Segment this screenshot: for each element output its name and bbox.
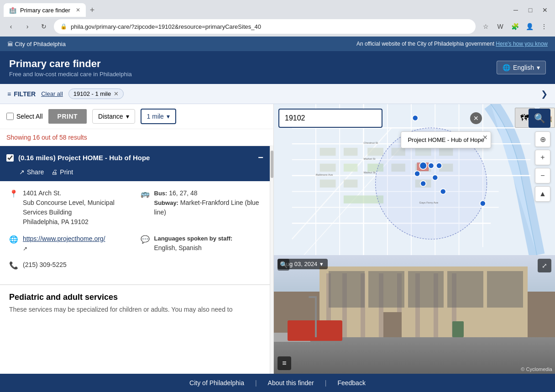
- search-icon: 🔍: [534, 113, 545, 124]
- address-line3: Philadelphia, PA 19102: [23, 217, 130, 227]
- svg-point-50: [480, 201, 486, 206]
- result-checkbox[interactable]: [6, 154, 14, 162]
- share-button[interactable]: ↗ Share: [19, 168, 44, 176]
- zoom-in-button[interactable]: +: [535, 150, 550, 165]
- sv-locate-icon[interactable]: 🔍: [278, 259, 289, 271]
- tooltip-close-button[interactable]: ✕: [482, 134, 488, 141]
- results-count: Showing 16 out of 58 results: [0, 129, 273, 146]
- expand-button[interactable]: ❯: [541, 89, 548, 99]
- filter-button[interactable]: ≡ FILTER: [7, 90, 36, 98]
- results-text: Showing 16 out of 58 results: [6, 134, 87, 141]
- minimize-button[interactable]: ─: [509, 4, 522, 16]
- mile-chevron-icon: ▾: [167, 113, 170, 120]
- map-search-bar: ✕ 🔍: [278, 109, 550, 128]
- print-button[interactable]: PRINT: [48, 109, 87, 124]
- avatar-button[interactable]: 👤: [523, 20, 536, 33]
- website-link[interactable]: https://www.projecthome.org/: [23, 235, 105, 242]
- planter: [452, 321, 464, 337]
- controls-bar: Select All PRINT Distance ▾ 1 mile ▾: [0, 104, 273, 129]
- distance-label: Distance: [98, 113, 123, 120]
- map-controls: ⊕ + − ▲: [535, 131, 550, 202]
- language-selector[interactable]: 🌐 English ▾: [497, 61, 546, 74]
- footer-city-link[interactable]: City of Philadelphia: [189, 379, 244, 387]
- extension-button[interactable]: 🧩: [508, 20, 521, 33]
- footer-about-link[interactable]: About this finder: [268, 379, 314, 387]
- svg-point-49: [440, 189, 446, 194]
- mile-label: 1 mile: [147, 113, 164, 120]
- menu-button[interactable]: ⋮: [538, 20, 550, 33]
- refresh-button[interactable]: ↻: [37, 20, 50, 33]
- address-bar[interactable]: 🔒 phila.gov/primary-care/?zipcode=19102&…: [54, 19, 476, 34]
- distance-dropdown[interactable]: Distance ▾: [92, 109, 135, 124]
- new-tab-button[interactable]: +: [86, 4, 99, 16]
- map-search-button[interactable]: 🔍: [529, 109, 550, 128]
- active-filter-tag[interactable]: 19102 - 1 mile ✕: [68, 89, 124, 99]
- svg-point-47: [432, 175, 438, 180]
- svg-rect-25: [344, 164, 357, 172]
- map-search-input[interactable]: [278, 109, 382, 128]
- svg-rect-20: [367, 148, 383, 156]
- results-list[interactable]: (0.16 miles) Project HOME - Hub of Hope …: [0, 146, 270, 374]
- transit-text: Bus: 16, 27, 48 Subway: Market-Frankford…: [154, 188, 261, 217]
- phone-icon: 📞: [9, 261, 18, 270]
- website-text: https://www.projecthome.org/ ↗: [23, 234, 105, 253]
- share-label: Share: [27, 168, 44, 176]
- maximize-button[interactable]: □: [524, 4, 537, 16]
- select-all-input[interactable]: [6, 113, 14, 120]
- map-container[interactable]: E Girard Ave Chestnut St Market St Walnu…: [274, 104, 555, 255]
- active-tab[interactable]: 🏥 Primary care finder ✕: [4, 3, 86, 17]
- map-tooltip: Project HOME - Hub of Hope ✕: [401, 131, 491, 148]
- street-view-building: [319, 267, 528, 337]
- mile-dropdown[interactable]: 1 mile ▾: [141, 109, 176, 124]
- zoom-out-button[interactable]: −: [535, 168, 550, 183]
- svg-text:Baltimore Ave: Baltimore Ave: [316, 173, 333, 176]
- crosshair-button[interactable]: ⊕: [535, 131, 550, 147]
- select-all-label: Select All: [16, 113, 43, 120]
- street-lamp: [315, 296, 317, 337]
- languages-value: English, Spanish: [154, 243, 233, 253]
- tab-close-button[interactable]: ✕: [76, 7, 80, 13]
- scrollbar-track[interactable]: [270, 146, 273, 374]
- footer-feedback-link[interactable]: Feedback: [337, 379, 365, 387]
- sv-expand-button[interactable]: ⤢: [538, 259, 551, 272]
- services-section: Pediatric and adult services These servi…: [0, 285, 270, 320]
- svg-rect-18: [320, 148, 336, 156]
- svg-rect-29: [320, 180, 336, 188]
- result-title: (0.16 miles) Project HOME - Hub of Hope: [18, 154, 253, 162]
- forward-button[interactable]: ›: [21, 20, 34, 33]
- result-card-header[interactable]: (0.16 miles) Project HOME - Hub of Hope …: [0, 146, 270, 167]
- close-button[interactable]: ✕: [539, 4, 551, 16]
- back-button[interactable]: ‹: [5, 20, 17, 33]
- scrollbar-thumb[interactable]: [271, 151, 273, 178]
- filter-tag-close-icon[interactable]: ✕: [114, 90, 119, 97]
- bookmark-button[interactable]: ☆: [479, 20, 492, 33]
- result-card: (0.16 miles) Project HOME - Hub of Hope …: [0, 146, 270, 285]
- print-result-button[interactable]: 🖨 Print: [51, 168, 73, 176]
- profile-button[interactable]: W: [494, 20, 507, 33]
- svg-text:Gays Ferry Ave: Gays Ferry Ave: [419, 201, 438, 204]
- bus-routes: 16, 27, 48: [169, 189, 197, 197]
- collapse-icon[interactable]: −: [258, 152, 263, 163]
- result-details: 📍 1401 Arch St. Sub Concourse Level, Mun…: [0, 181, 270, 284]
- filter-icon: ≡: [7, 90, 11, 98]
- languages-icon: 💬: [141, 235, 150, 244]
- external-link-icon: ↗: [23, 246, 27, 252]
- result-distance: (0.16 miles): [18, 154, 58, 162]
- services-desc: These services may be specialized for ch…: [9, 306, 261, 313]
- page-content: 🏛 City of Philadelphia An official websi…: [0, 37, 555, 392]
- select-all-checkbox[interactable]: Select All: [6, 113, 43, 120]
- svg-text:Market St: Market St: [364, 157, 376, 160]
- north-button[interactable]: ▲: [535, 186, 550, 202]
- svg-point-45: [436, 163, 442, 168]
- phone-number: (215) 309-5225: [23, 260, 67, 270]
- sv-menu-button[interactable]: ≡: [278, 356, 291, 370]
- street-view-road: [274, 337, 555, 374]
- print-result-label: Print: [60, 168, 73, 176]
- clear-all-button[interactable]: Clear all: [41, 90, 63, 97]
- gov-banner: 🏛 City of Philadelphia An official websi…: [0, 37, 555, 51]
- languages-detail: 💬 Languages spoken by staff: English, Sp…: [141, 234, 261, 253]
- tab-title: Primary care finder: [20, 7, 70, 14]
- how-you-know-link[interactable]: Here's how you know: [496, 41, 548, 47]
- detail-grid: 📍 1401 Arch St. Sub Concourse Level, Mun…: [9, 188, 261, 270]
- map-clear-button[interactable]: ✕: [470, 112, 482, 124]
